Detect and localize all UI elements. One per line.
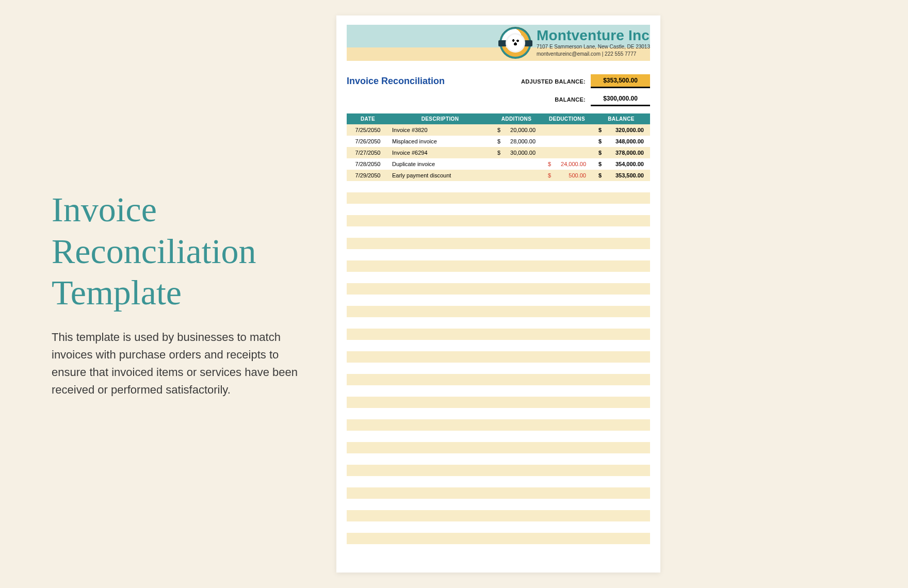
table-row-empty [347,419,650,431]
table-row-empty [347,226,650,238]
table-row-empty [347,363,650,374]
col-balance: BALANCE [592,113,650,124]
table-row: 7/29/2050 Early payment discount $500.00… [347,170,650,181]
table-row-empty [347,442,650,453]
table-row-empty [347,249,650,260]
company-logo-icon [499,27,531,59]
document-preview: Montventure Inc 7107 E Sammerson Lane, N… [336,15,660,573]
table-row-empty [347,306,650,317]
table-row: 7/27/2050 Invoice #6294 $30,000.00 $378,… [347,147,650,158]
table-row-empty [347,453,650,465]
table-row-empty [347,521,650,533]
cell-description: Invoice #6294 [389,147,491,158]
col-description: DESCRIPTION [389,113,491,124]
company-contact: montventureinc@email.com | 222 555 7777 [537,51,650,58]
col-deductions: DEDUCTIONS [542,113,592,124]
table-row-empty [347,544,650,556]
table-row-empty [347,215,650,226]
document-title: Invoice Reconciliation [347,76,503,87]
table-row-empty [347,329,650,340]
table-row-empty [347,204,650,215]
company-address: 7107 E Sammerson Lane, New Castle, DE 23… [537,43,650,51]
summary-row-adjusted: Invoice Reconciliation ADJUSTED BALANCE:… [336,74,660,88]
table-row-empty [347,295,650,306]
table-row-empty [347,533,650,544]
summary-row-balance: BALANCE: $300,000.00 [336,92,660,106]
adjusted-balance-value: $353,500.00 [591,74,650,88]
table-row-empty [347,272,650,283]
table-row-empty [347,465,650,476]
cell-date: 7/26/2050 [347,136,389,147]
table-body: 7/25/2050 Invoice #3820 $20,000.00 $320,… [347,124,650,556]
cell-description: Misplaced invoice [389,136,491,147]
table-row-empty [347,340,650,351]
cell-date: 7/27/2050 [347,147,389,158]
table-row-empty [347,351,650,363]
table-row-empty [347,431,650,442]
page-title: Invoice Reconciliation Template [52,189,299,313]
table-row-empty [347,374,650,385]
table-row: 7/28/2050 Duplicate invoice $24,000.00 $… [347,158,650,170]
cell-description: Duplicate invoice [389,158,491,170]
table-row: 7/26/2050 Misplaced invoice $28,000.00 $… [347,136,650,147]
cell-date: 7/28/2050 [347,158,389,170]
company-name: Montventure Inc [537,28,650,44]
balance-value: $300,000.00 [591,92,650,106]
cell-date: 7/29/2050 [347,170,389,181]
reconciliation-table: DATE DESCRIPTION ADDITIONS DEDUCTIONS BA… [347,113,650,556]
company-block: Montventure Inc 7107 E Sammerson Lane, N… [499,25,650,61]
table-row-empty [347,510,650,521]
cell-description: Invoice #3820 [389,124,491,136]
table-header: DATE DESCRIPTION ADDITIONS DEDUCTIONS BA… [347,113,650,124]
table-row: 7/25/2050 Invoice #3820 $20,000.00 $320,… [347,124,650,136]
table-row-empty [347,487,650,499]
table-row-empty [347,238,650,249]
page-description: This template is used by businesses to m… [52,329,299,399]
table-row-empty [347,192,650,204]
table-row-empty [347,499,650,510]
table-row-empty [347,260,650,272]
col-date: DATE [347,113,389,124]
table-row-empty [347,283,650,295]
cell-description: Early payment discount [389,170,491,181]
table-row-empty [347,181,650,192]
adjusted-balance-label: ADJUSTED BALANCE: [503,78,591,85]
col-additions: ADDITIONS [491,113,542,124]
balance-label: BALANCE: [503,96,591,103]
table-row-empty [347,476,650,487]
cell-date: 7/25/2050 [347,124,389,136]
table-row-empty [347,408,650,419]
table-row-empty [347,397,650,408]
left-panel: Invoice Reconciliation Template This tem… [0,189,330,399]
table-row-empty [347,385,650,397]
table-row-empty [347,317,650,329]
